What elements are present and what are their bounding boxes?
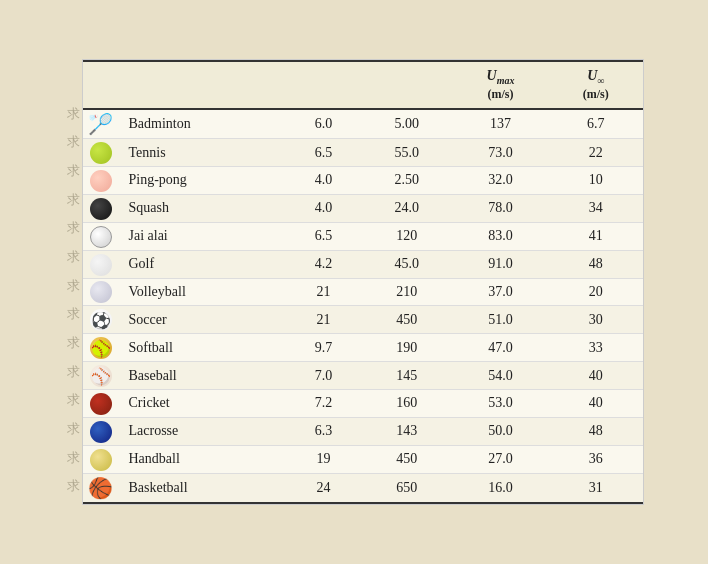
sport-name: Baseball xyxy=(119,362,286,390)
uinf-value: 10 xyxy=(549,167,642,195)
uinf-value: 30 xyxy=(549,306,642,334)
ball-icon-cell xyxy=(83,167,119,195)
sport-name: Jai alai xyxy=(119,222,286,250)
radius-value: 6.3 xyxy=(285,417,361,445)
side-deco: 求 xyxy=(67,449,80,467)
mass-value: 24.0 xyxy=(362,194,452,222)
umax-value: 78.0 xyxy=(452,194,549,222)
umax-value: 54.0 xyxy=(452,362,549,390)
sport-name: Basketball xyxy=(119,473,286,503)
soccer-ball-icon: ⚽ xyxy=(90,309,112,331)
uinf-value: 48 xyxy=(549,250,642,278)
cricket-ball-icon xyxy=(90,393,112,415)
baseball-icon: ⚾ xyxy=(90,365,112,387)
umax-value: 50.0 xyxy=(452,417,549,445)
table-row: Tennis 6.5 55.0 73.0 22 xyxy=(83,139,643,167)
col-header-2r xyxy=(285,61,361,109)
sport-name: Softball xyxy=(119,334,286,362)
side-deco: 求 xyxy=(67,105,80,123)
side-deco: 求 xyxy=(67,162,80,180)
ball-icon-cell: ⚽ xyxy=(83,306,119,334)
uinf-value: 41 xyxy=(549,222,642,250)
umax-value: 73.0 xyxy=(452,139,549,167)
radius-value: 6.5 xyxy=(285,139,361,167)
sport-name: Lacrosse xyxy=(119,417,286,445)
mass-value: 143 xyxy=(362,417,452,445)
table-row: Jai alai 6.5 120 83.0 41 xyxy=(83,222,643,250)
ball-icon-cell: 🏀 xyxy=(83,473,119,503)
sport-name: Squash xyxy=(119,194,286,222)
radius-value: 21 xyxy=(285,278,361,306)
sport-name: Soccer xyxy=(119,306,286,334)
table-row: Cricket 7.2 160 53.0 40 xyxy=(83,390,643,418)
ball-icon-cell: 🏸 xyxy=(83,109,119,139)
radius-value: 19 xyxy=(285,445,361,473)
handball-icon xyxy=(90,449,112,471)
side-deco: 求 xyxy=(67,420,80,438)
basketball-icon: 🏀 xyxy=(88,477,113,499)
mass-value: 450 xyxy=(362,306,452,334)
col-header-uinf: U∞ (m/s) xyxy=(549,61,642,109)
pingpong-ball-icon xyxy=(90,170,112,192)
umax-value: 27.0 xyxy=(452,445,549,473)
col-header-umax: Umax (m/s) xyxy=(452,61,549,109)
mass-value: 210 xyxy=(362,278,452,306)
table-row: Handball 19 450 27.0 36 xyxy=(83,445,643,473)
ball-icon-cell xyxy=(83,278,119,306)
sport-name: Badminton xyxy=(119,109,286,139)
side-deco: 求 xyxy=(67,248,80,266)
sport-name: Tennis xyxy=(119,139,286,167)
uinf-value: 34 xyxy=(549,194,642,222)
uinf-value: 40 xyxy=(549,390,642,418)
sport-name: Golf xyxy=(119,250,286,278)
radius-value: 7.0 xyxy=(285,362,361,390)
radius-value: 4.0 xyxy=(285,194,361,222)
uinf-value: 22 xyxy=(549,139,642,167)
col-header-icon xyxy=(83,61,119,109)
data-table: Umax (m/s) U∞ (m/s) 🏸 Badminton 6.0 5.00… xyxy=(82,59,644,504)
sport-name: Ping-pong xyxy=(119,167,286,195)
mass-value: 2.50 xyxy=(362,167,452,195)
side-deco: 求 xyxy=(67,133,80,151)
ball-icon-cell xyxy=(83,390,119,418)
ball-icon-cell: 🥎 xyxy=(83,334,119,362)
mass-value: 450 xyxy=(362,445,452,473)
uinf-value: 40 xyxy=(549,362,642,390)
mass-value: 45.0 xyxy=(362,250,452,278)
side-deco: 求 xyxy=(67,191,80,209)
softball-icon: 🥎 xyxy=(90,337,112,359)
table-row: ⚽ Soccer 21 450 51.0 30 xyxy=(83,306,643,334)
side-deco: 求 xyxy=(67,391,80,409)
lacrosse-ball-icon xyxy=(90,421,112,443)
ball-icon-cell: ⚾ xyxy=(83,362,119,390)
uinf-value: 31 xyxy=(549,473,642,503)
shuttlecock-icon: 🏸 xyxy=(88,113,113,135)
radius-value: 4.2 xyxy=(285,250,361,278)
table-header-row: Umax (m/s) U∞ (m/s) xyxy=(83,61,643,109)
ball-icon-cell xyxy=(83,417,119,445)
uinf-value: 48 xyxy=(549,417,642,445)
mass-value: 145 xyxy=(362,362,452,390)
col-header-sport xyxy=(119,61,286,109)
ball-icon-cell xyxy=(83,250,119,278)
jaialai-ball-icon xyxy=(90,226,112,248)
mass-value: 55.0 xyxy=(362,139,452,167)
volleyball-ball-icon xyxy=(90,281,112,303)
mass-value: 120 xyxy=(362,222,452,250)
table-row: 🥎 Softball 9.7 190 47.0 33 xyxy=(83,334,643,362)
ball-icon-cell xyxy=(83,139,119,167)
mass-value: 650 xyxy=(362,473,452,503)
table-row: Ping-pong 4.0 2.50 32.0 10 xyxy=(83,167,643,195)
table-row: Squash 4.0 24.0 78.0 34 xyxy=(83,194,643,222)
umax-value: 91.0 xyxy=(452,250,549,278)
col-header-m xyxy=(362,61,452,109)
radius-value: 6.0 xyxy=(285,109,361,139)
table-row: Volleyball 21 210 37.0 20 xyxy=(83,278,643,306)
mass-value: 160 xyxy=(362,390,452,418)
radius-value: 6.5 xyxy=(285,222,361,250)
table-row: Lacrosse 6.3 143 50.0 48 xyxy=(83,417,643,445)
table-row: Golf 4.2 45.0 91.0 48 xyxy=(83,250,643,278)
radius-value: 7.2 xyxy=(285,390,361,418)
side-deco: 求 xyxy=(67,277,80,295)
umax-value: 53.0 xyxy=(452,390,549,418)
